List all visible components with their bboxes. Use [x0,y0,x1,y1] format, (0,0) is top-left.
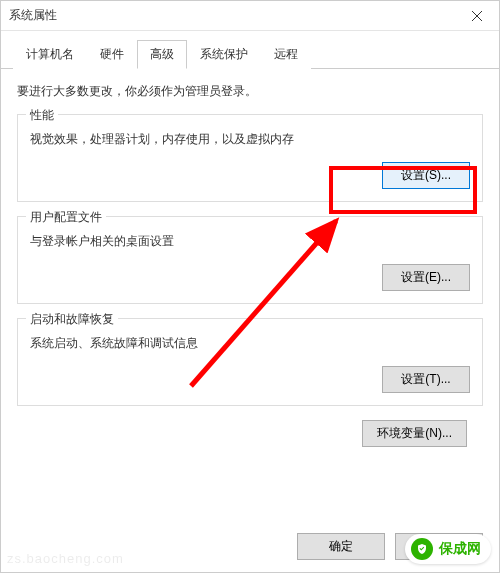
tab-hardware[interactable]: 硬件 [87,40,137,69]
window-title: 系统属性 [9,7,57,24]
group-performance-title: 性能 [26,107,58,124]
shield-check-icon [411,538,433,560]
group-startup: 启动和故障恢复 系统启动、系统故障和调试信息 设置(T)... [17,318,483,406]
environment-variables-button[interactable]: 环境变量(N)... [362,420,467,447]
close-icon [472,11,482,21]
tab-advanced[interactable]: 高级 [137,40,187,69]
group-userprofile: 用户配置文件 与登录帐户相关的桌面设置 设置(E)... [17,216,483,304]
tab-remote[interactable]: 远程 [261,40,311,69]
group-performance: 性能 视觉效果，处理器计划，内存使用，以及虚拟内存 设置(S)... [17,114,483,202]
tab-strip: 计算机名 硬件 高级 系统保护 远程 [1,31,499,69]
intro-text: 要进行大多数更改，你必须作为管理员登录。 [17,83,483,100]
startup-settings-button[interactable]: 设置(T)... [382,366,470,393]
watermark-badge: 保成网 [405,534,491,564]
tab-content: 要进行大多数更改，你必须作为管理员登录。 性能 视觉效果，处理器计划，内存使用，… [1,69,499,461]
performance-settings-button[interactable]: 设置(S)... [382,162,470,189]
system-properties-window: 系统属性 计算机名 硬件 高级 系统保护 远程 要进行大多数更改，你必须作为管理… [0,0,500,573]
ok-button[interactable]: 确定 [297,533,385,560]
group-userprofile-desc: 与登录帐户相关的桌面设置 [30,233,470,250]
titlebar: 系统属性 [1,1,499,31]
group-performance-desc: 视觉效果，处理器计划，内存使用，以及虚拟内存 [30,131,470,148]
tab-system-protection[interactable]: 系统保护 [187,40,261,69]
group-startup-title: 启动和故障恢复 [26,311,118,328]
close-button[interactable] [454,1,499,31]
watermark-faint: zs.baocheng.com [7,551,124,566]
tab-computer-name[interactable]: 计算机名 [13,40,87,69]
group-userprofile-title: 用户配置文件 [26,209,106,226]
group-startup-desc: 系统启动、系统故障和调试信息 [30,335,470,352]
userprofile-settings-button[interactable]: 设置(E)... [382,264,470,291]
watermark-text: 保成网 [439,540,481,558]
